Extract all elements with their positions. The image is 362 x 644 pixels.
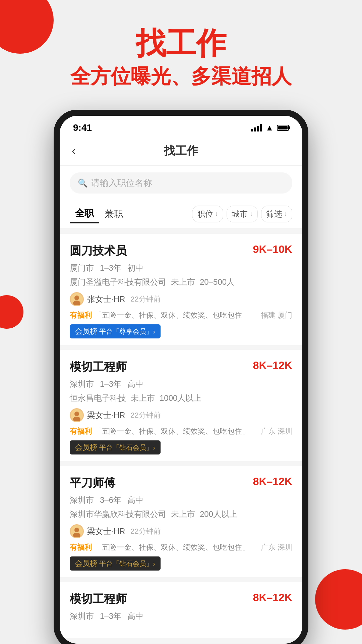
- job-title-2: 模切工程师: [70, 359, 127, 375]
- svg-point-7: [74, 528, 79, 532]
- job-meta-4: 深圳市1–3年高中: [70, 611, 292, 622]
- top-nav: ‹ 找工作: [60, 137, 302, 166]
- job-title-3: 平刀师傅: [70, 475, 115, 491]
- hr-time-3: 22分钟前: [130, 526, 161, 536]
- phone-inner: 9:41 ▲ ‹: [60, 116, 302, 644]
- search-area: 🔍 请输入职位名称: [60, 166, 302, 200]
- status-time: 9:41: [73, 122, 92, 133]
- filter-tab-fulltime[interactable]: 全职: [70, 204, 99, 223]
- hr-time-1: 22分钟前: [130, 294, 161, 304]
- job-meta-2: 深圳市1–3年高中: [70, 379, 292, 389]
- hr-avatar-3: [70, 524, 84, 538]
- hr-avatar-icon-3: [71, 525, 83, 537]
- job-benefits-2: 有福利「五险一金、社保、双休、绩效奖、包吃包住」 广东 深圳: [70, 426, 292, 436]
- hr-name-1: 张女士·HR: [87, 294, 125, 305]
- back-button[interactable]: ‹: [72, 144, 76, 158]
- company-info-1: 厦门圣溢电子科技有限公司未上市20–500人: [70, 277, 292, 287]
- job-salary-3: 8K–12K: [253, 475, 292, 488]
- job-card-2[interactable]: 模切工程师 8K–12K 深圳市1–3年高中 恒永昌电子科技未上市1000人以上: [60, 350, 302, 461]
- member-badge-2[interactable]: 会员榜 平台「钻石会员」›: [70, 440, 161, 454]
- filter-btn-screen[interactable]: 筛选↓: [261, 206, 292, 222]
- header-area: 找工作 全方位曝光、多渠道招人: [0, 0, 362, 110]
- member-badge-label-1: 会员榜: [75, 326, 97, 336]
- phone-wrapper: 9:41 ▲ ‹: [0, 110, 362, 644]
- hr-info-2: 梁女士·HR 22分钟前: [70, 408, 292, 422]
- filter-btn-city[interactable]: 城市↓: [227, 206, 258, 222]
- member-badge-1[interactable]: 会员榜 平台「尊享会员」›: [70, 324, 161, 338]
- search-icon: 🔍: [78, 178, 88, 188]
- job-salary-4: 8K–12K: [253, 591, 292, 604]
- member-badge-label-3: 会员榜: [75, 558, 97, 569]
- svg-point-1: [74, 296, 79, 300]
- hr-avatar-icon-1: [71, 293, 83, 305]
- battery-icon: [277, 125, 289, 131]
- job-benefits-1: 有福利「五险一金、社保、双休、绩效奖、包吃包住」 福建 厦门: [70, 310, 292, 320]
- member-badge-3[interactable]: 会员榜 平台「钻石会员」›: [70, 556, 161, 571]
- hr-info-3: 梁女士·HR 22分钟前: [70, 524, 292, 538]
- job-card-3[interactable]: 平刀师傅 8K–12K 深圳市3–6年高中 深圳市华赢欣科技有限公司未上市200…: [60, 466, 302, 577]
- hr-avatar-icon-2: [71, 409, 83, 421]
- job-salary-1: 9K–10K: [253, 243, 292, 256]
- phone-frame: 9:41 ▲ ‹: [54, 110, 308, 644]
- app-content: ‹ 找工作 🔍 请输入职位名称 全职 兼职 职位↓ 城市↓: [60, 137, 302, 644]
- member-badge-label-2: 会员榜: [75, 442, 97, 452]
- hr-avatar-1: [70, 292, 84, 306]
- header-subtitle: 全方位曝光、多渠道招人: [0, 63, 362, 90]
- company-info-2: 恒永昌电子科技未上市1000人以上: [70, 393, 292, 404]
- job-list: 圆刀技术员 9K–10K 厦门市1–3年初中 厦门圣溢电子科技有限公司未上市20…: [60, 228, 302, 644]
- hr-name-2: 梁女士·HR: [87, 410, 125, 421]
- company-info-3: 深圳市华赢欣科技有限公司未上市200人以上: [70, 509, 292, 520]
- filter-tab-parttime[interactable]: 兼职: [99, 205, 129, 223]
- job-salary-2: 8K–12K: [253, 359, 292, 372]
- job-title-4: 模切工程师: [70, 591, 127, 607]
- status-icons: ▲: [251, 123, 289, 132]
- job-card-1[interactable]: 圆刀技术员 9K–10K 厦门市1–3年初中 厦门圣溢电子科技有限公司未上市20…: [60, 234, 302, 345]
- job-meta-1: 厦门市1–3年初中: [70, 263, 292, 273]
- job-title-1: 圆刀技术员: [70, 243, 127, 259]
- signal-bars-icon: [251, 124, 262, 131]
- filter-btn-position[interactable]: 职位↓: [192, 206, 223, 222]
- member-badge-text-3: 平台「钻石会员」›: [99, 559, 155, 568]
- status-bar: 9:41 ▲: [60, 116, 302, 137]
- nav-title: 找工作: [164, 143, 198, 159]
- search-box[interactable]: 🔍 请输入职位名称: [70, 172, 292, 194]
- job-benefits-3: 有福利「五险一金、社保、双休、绩效奖、包吃包住」 广东 深圳: [70, 542, 292, 552]
- search-input[interactable]: 请输入职位名称: [91, 177, 152, 189]
- hr-info-1: 张女士·HR 22分钟前: [70, 292, 292, 306]
- job-card-4[interactable]: 模切工程师 8K–12K 深圳市1–3年高中: [60, 582, 302, 638]
- member-badge-text-1: 平台「尊享会员」›: [99, 327, 155, 336]
- hr-avatar-2: [70, 408, 84, 422]
- svg-point-4: [74, 412, 79, 416]
- wifi-icon: ▲: [265, 123, 274, 132]
- job-meta-3: 深圳市3–6年高中: [70, 495, 292, 505]
- hr-name-3: 梁女士·HR: [87, 526, 125, 537]
- hr-time-2: 22分钟前: [130, 410, 161, 420]
- member-badge-text-2: 平台「钻石会员」›: [99, 443, 155, 452]
- filter-bar: 全职 兼职 职位↓ 城市↓ 筛选↓: [60, 200, 302, 228]
- header-title: 找工作: [0, 27, 362, 60]
